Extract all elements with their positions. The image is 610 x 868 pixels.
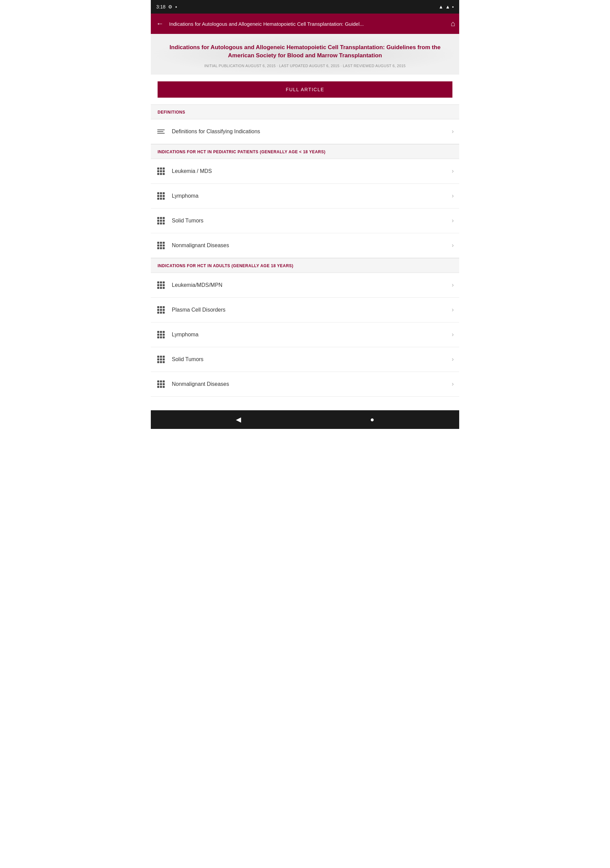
list-item-adult-leukemia[interactable]: Leukemia/MDS/MPN›: [151, 273, 459, 298]
list-item-def-classifying[interactable]: Definitions for Classifying Indications›: [151, 119, 459, 144]
status-right: ▲ ▲ ▪: [438, 4, 454, 9]
item-label-adult-solid: Solid Tumors: [172, 356, 452, 363]
status-time: 3:18: [156, 4, 166, 9]
battery-icon: ▪: [175, 4, 177, 9]
signal-icon: ▲: [445, 4, 450, 9]
home-nav-button[interactable]: ●: [370, 416, 374, 423]
article-header: Indications for Autologous and Allogenei…: [151, 34, 459, 74]
lines-icon-def-classifying: [155, 126, 167, 138]
chevron-icon-ped-leukemia: ›: [452, 167, 454, 175]
item-label-adult-nonmalignant: Nonmalignant Diseases: [172, 381, 452, 387]
section-header-text-pediatric: INDICATIONS FOR HCT IN PEDIATRIC PATIENT…: [158, 150, 326, 154]
chevron-icon-def-classifying: ›: [452, 128, 454, 135]
item-label-adult-leukemia: Leukemia/MDS/MPN: [172, 282, 452, 288]
list-item-adult-nonmalignant[interactable]: Nonmalignant Diseases›: [151, 372, 459, 397]
item-label-adult-lymphoma: Lymphoma: [172, 332, 452, 338]
item-label-def-classifying: Definitions for Classifying Indications: [172, 129, 452, 135]
full-article-button[interactable]: FULL ARTICLE: [158, 81, 452, 98]
grid-icon-ped-lymphoma: [155, 190, 167, 202]
list-item-adult-lymphoma[interactable]: Lymphoma›: [151, 322, 459, 347]
item-label-ped-nonmalignant: Nonmalignant Diseases: [172, 242, 452, 248]
section-header-pediatric: INDICATIONS FOR HCT IN PEDIATRIC PATIENT…: [151, 144, 459, 159]
grid-icon-ped-solid: [155, 215, 167, 227]
chevron-icon-adult-leukemia: ›: [452, 281, 454, 288]
status-left: 3:18 ⚙ ▪: [156, 4, 177, 9]
grid-icon-adult-lymphoma: [155, 329, 167, 341]
chevron-icon-adult-lymphoma: ›: [452, 331, 454, 338]
grid-icon-ped-leukemia: [155, 165, 167, 177]
item-label-adult-plasma: Plasma Cell Disorders: [172, 307, 452, 313]
chevron-icon-adult-nonmalignant: ›: [452, 380, 454, 388]
battery-level-icon: ▪: [452, 4, 454, 9]
item-label-ped-lymphoma: Lymphoma: [172, 193, 452, 199]
back-nav-button[interactable]: ◀: [236, 415, 241, 423]
section-header-text-definitions: DEFINITIONS: [158, 110, 185, 115]
chevron-icon-ped-lymphoma: ›: [452, 192, 454, 199]
settings-icon: ⚙: [168, 4, 172, 9]
chevron-icon-ped-nonmalignant: ›: [452, 242, 454, 249]
grid-icon-adult-solid: [155, 353, 167, 366]
section-header-adults: INDICATIONS FOR HCT IN ADULTS (GENERALLY…: [151, 258, 459, 273]
section-header-definitions: DEFINITIONS: [151, 104, 459, 119]
item-label-ped-solid: Solid Tumors: [172, 218, 452, 224]
list-item-ped-solid[interactable]: Solid Tumors›: [151, 209, 459, 233]
article-title: Indications for Autologous and Allogenei…: [158, 43, 452, 60]
list-item-ped-lymphoma[interactable]: Lymphoma›: [151, 184, 459, 209]
content-spacer: [151, 397, 459, 410]
grid-icon-ped-nonmalignant: [155, 239, 167, 251]
back-button[interactable]: ←: [155, 19, 165, 29]
status-bar: 3:18 ⚙ ▪ ▲ ▲ ▪: [151, 0, 459, 14]
sections-container: DEFINITIONSDefinitions for Classifying I…: [151, 104, 459, 397]
list-item-adult-plasma[interactable]: Plasma Cell Disorders›: [151, 298, 459, 322]
list-item-ped-leukemia[interactable]: Leukemia / MDS›: [151, 159, 459, 184]
bottom-nav: ◀ ●: [151, 410, 459, 429]
home-button[interactable]: ⌂: [451, 19, 455, 28]
chevron-icon-adult-plasma: ›: [452, 306, 454, 313]
grid-icon-adult-leukemia: [155, 279, 167, 291]
nav-title: Indications for Autologous and Allogenei…: [169, 21, 447, 27]
wifi-icon: ▲: [438, 4, 443, 9]
item-label-ped-leukemia: Leukemia / MDS: [172, 168, 452, 174]
list-item-ped-nonmalignant[interactable]: Nonmalignant Diseases›: [151, 233, 459, 258]
chevron-icon-ped-solid: ›: [452, 217, 454, 224]
nav-bar: ← Indications for Autologous and Allogen…: [151, 14, 459, 34]
list-item-adult-solid[interactable]: Solid Tumors›: [151, 347, 459, 372]
section-header-text-adults: INDICATIONS FOR HCT IN ADULTS (GENERALLY…: [158, 264, 294, 268]
grid-icon-adult-nonmalignant: [155, 378, 167, 390]
article-meta: INITIAL PUBLICATION AUGUST 6, 2015 · LAS…: [158, 64, 452, 68]
grid-icon-adult-plasma: [155, 304, 167, 316]
chevron-icon-adult-solid: ›: [452, 356, 454, 363]
